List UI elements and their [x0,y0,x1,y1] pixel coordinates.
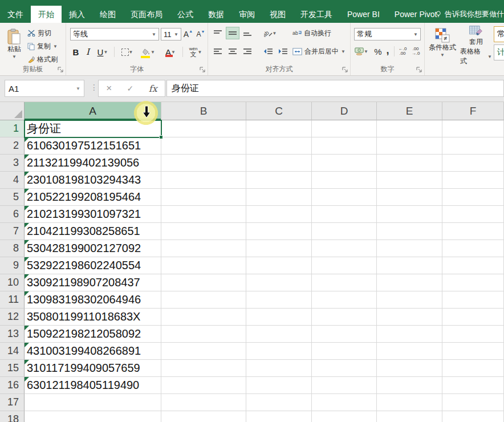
align-bottom-button[interactable] [241,27,254,39]
format-as-table-button[interactable]: 套用 表格格式 ▼ [460,25,492,66]
cut-button[interactable]: 剪切 [27,27,51,39]
align-middle-button[interactable] [226,27,239,39]
cell-B4[interactable] [161,172,246,189]
cell-D14[interactable] [312,343,377,360]
row-header-3[interactable]: 3 [0,155,25,172]
cell-D16[interactable] [312,377,377,394]
shrink-font-button[interactable]: A▼ [195,28,206,40]
cell-E1[interactable] [377,120,442,137]
row-header-13[interactable]: 13 [0,326,25,343]
cell-E5[interactable] [377,189,442,206]
cell-C1[interactable] [246,120,312,137]
decrease-indent-button[interactable] [261,45,275,58]
row-header-12[interactable]: 12 [0,309,25,326]
cell-B13[interactable] [161,326,246,343]
cell-B17[interactable] [161,394,246,411]
cell-F16[interactable] [442,377,504,394]
row-header-1[interactable]: 1 [0,120,25,137]
tab-10[interactable]: Power BI [340,6,387,23]
cell-E16[interactable] [377,377,442,394]
phonetic-dropdown-arrow[interactable]: ▼ [197,50,202,55]
cell-C4[interactable] [246,172,312,189]
accounting-format-button[interactable]: ▼ [353,45,370,58]
column-header-C[interactable]: C [246,102,312,120]
cell-F18[interactable] [442,411,504,422]
align-top-button[interactable] [211,27,225,39]
cell-B8[interactable] [161,240,246,257]
cell-F13[interactable] [442,326,504,343]
cell-D11[interactable] [312,291,377,309]
cell-E6[interactable] [377,206,442,223]
cell-A9[interactable]: 532922198602240554 [25,257,161,274]
cell-F3[interactable] [442,155,504,172]
underline-button[interactable]: U ▼ [95,46,111,58]
conditional-formatting-button[interactable]: ≠ 条件格式 ▼ [426,25,459,60]
font-color-dropdown-arrow[interactable]: ▼ [171,50,176,55]
format-as-table-dropdown-arrow[interactable]: ▼ [487,54,492,59]
cell-A5[interactable]: 210522199208195464 [25,189,161,206]
name-box-dropdown-arrow[interactable]: ▼ [76,86,80,91]
number-dialog-launcher[interactable] [416,66,422,73]
tab-3[interactable]: 绘图 [92,6,123,23]
cell-E2[interactable] [377,137,442,155]
cell-B10[interactable] [161,274,246,291]
cell-F9[interactable] [442,257,504,274]
row-header-14[interactable]: 14 [0,343,25,360]
cell-B7[interactable] [161,223,246,240]
cell-A8[interactable]: 530428199002127092 [25,240,161,257]
row-header-4[interactable]: 4 [0,172,25,189]
tab-7[interactable]: 审阅 [231,6,262,23]
decrease-decimal-button[interactable]: .00 →.0 [409,44,422,58]
row-header-8[interactable]: 8 [0,240,25,257]
cell-F12[interactable] [442,309,504,326]
cell-D8[interactable] [312,240,377,257]
number-format-dropdown-arrow[interactable]: ▼ [413,32,418,37]
cell-A13[interactable]: 150922198212058092 [25,326,161,343]
cell-B5[interactable] [161,189,246,206]
cell-E3[interactable] [377,155,442,172]
cell-B6[interactable] [161,206,246,223]
merge-center-button[interactable]: 合并后居中 ▼ [292,46,346,57]
cell-A16[interactable]: 630121198405119490 [25,377,161,394]
cell-C17[interactable] [246,394,312,411]
cell-A2[interactable]: 610630197512151651 [25,137,161,155]
grow-font-button[interactable]: A▲ [182,28,194,40]
borders-button[interactable]: ▼ [119,46,136,58]
increase-decimal-button[interactable]: ←.0 .00 [396,44,409,58]
name-box[interactable]: A1 ▼ [5,80,84,97]
tab-0[interactable]: 文件 [0,6,31,23]
cell-B15[interactable] [161,360,246,377]
tab-5[interactable]: 公式 [170,6,201,23]
enter-icon[interactable]: ✓ [127,84,134,93]
cell-E8[interactable] [377,240,442,257]
cell-F2[interactable] [442,137,504,155]
cell-B9[interactable] [161,257,246,274]
cell-C15[interactable] [246,360,312,377]
cell-E12[interactable] [377,309,442,326]
cell-F10[interactable] [442,274,504,291]
cell-F11[interactable] [442,291,504,309]
tab-2[interactable]: 插入 [62,6,92,23]
fill-color-dropdown-arrow[interactable]: ▼ [151,50,155,55]
cell-A4[interactable]: 230108198103294343 [25,172,161,189]
cell-C12[interactable] [246,309,312,326]
formula-bar-divider[interactable]: ⋮ [90,83,98,92]
cell-F4[interactable] [442,172,504,189]
cell-E15[interactable] [377,360,442,377]
tab-9[interactable]: 开发工具 [293,6,340,23]
cell-C5[interactable] [246,189,312,206]
italic-button[interactable]: I [83,46,92,58]
column-header-B[interactable]: B [161,102,246,120]
cell-B16[interactable] [161,377,246,394]
cell-E17[interactable] [377,394,442,411]
cell-D9[interactable] [312,257,377,274]
row-header-9[interactable]: 9 [0,257,25,274]
copy-button[interactable]: 复制 ▼ [27,40,58,52]
cell-C3[interactable] [246,155,312,172]
tab-4[interactable]: 页面布局 [123,6,170,23]
cell-A7[interactable]: 210421199308258651 [25,223,161,240]
cell-B14[interactable] [161,343,246,360]
column-header-F[interactable]: F [442,102,504,120]
percent-style-button[interactable]: % [372,45,384,58]
orientation-button[interactable]: ab ▼ [261,27,279,39]
